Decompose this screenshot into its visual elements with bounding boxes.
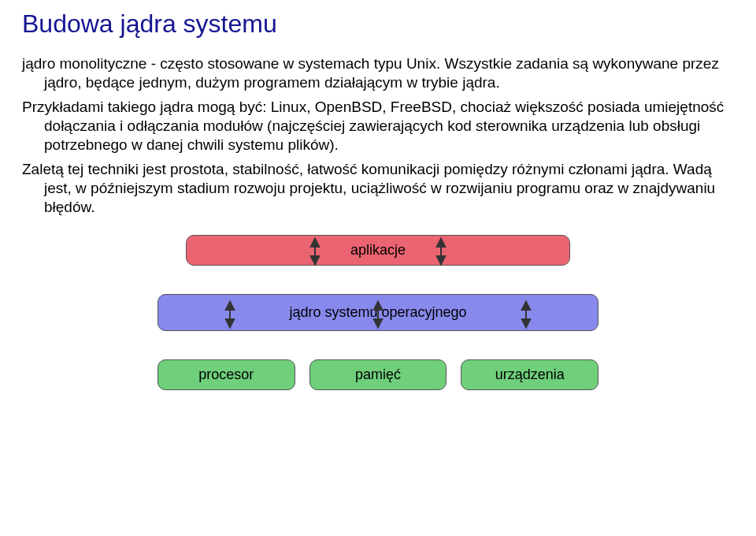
diagram-box-devices: urządzenia — [461, 359, 598, 390]
page-title: Budowa jądra systemu — [22, 9, 734, 39]
diagram-hardware-row: procesor pamięć urządzenia — [158, 359, 598, 390]
body-text: jądro monolityczne - często stosowane w … — [22, 54, 731, 218]
diagram-box-kernel: jądro systemu operacyjnego — [158, 294, 598, 331]
diagram-box-applications: aplikacje — [186, 235, 570, 266]
diagram-box-memory: pamięć — [309, 359, 447, 390]
paragraph-1: jądro monolityczne - często stosowane w … — [22, 54, 731, 93]
diagram-box-cpu: procesor — [158, 359, 295, 390]
paragraph-3: Zaletą tej techniki jest prostota, stabi… — [22, 160, 731, 218]
kernel-architecture-diagram: aplikacje jądro systemu operacyjnego pro… — [158, 235, 598, 390]
paragraph-2: Przykładami takiego jądra mogą być: Linu… — [22, 98, 731, 155]
